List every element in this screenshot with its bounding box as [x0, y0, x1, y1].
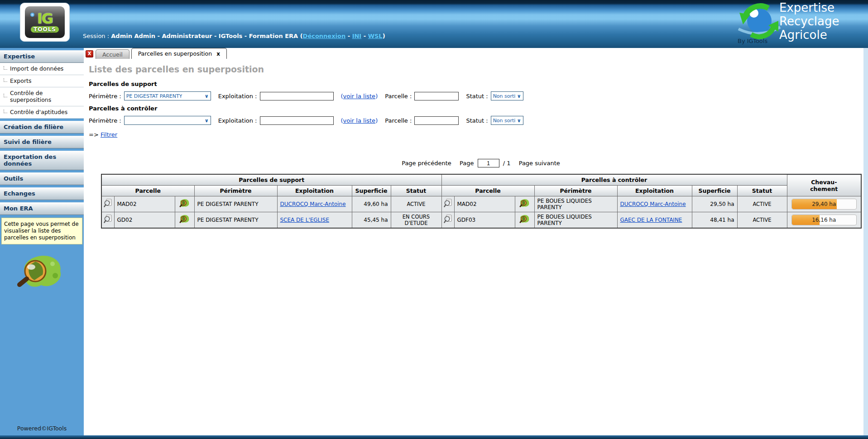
support-superficie-cell: 49,60 ha [352, 196, 391, 212]
controle-parcelle-cell: GDF03 [454, 212, 515, 229]
filtrer-arrow: => [89, 131, 99, 138]
view-parcel-map-button[interactable] [175, 212, 194, 229]
logo-tools-text: TOOLS [31, 26, 59, 33]
session-separator-2: - [361, 33, 368, 39]
session-close-paren: ) [383, 33, 385, 39]
sidebar-section-outils[interactable]: Outils [0, 172, 84, 185]
map-magnifier-icon [179, 199, 190, 208]
session-info: Session : Admin Admin - Administrateur -… [83, 33, 385, 39]
controle-perimetre-cell: PE BOUES LIQUIDES PARENTY [534, 196, 617, 212]
tab-bar: X Accueil Parcelles en superposition x [84, 48, 868, 59]
tab-parcelles-en-superposition[interactable]: Parcelles en superposition x [131, 48, 227, 59]
support-superficie-cell: 45,45 ha [352, 212, 391, 229]
sidebar-item-controle-de-superpositions[interactable]: Contrôle de superpositions [0, 87, 84, 106]
close-tab-icon[interactable]: x [216, 51, 220, 57]
filter-section-support-label: Parcelles de support [89, 81, 868, 87]
sidebar: Expertise Import de données Exports Cont… [0, 48, 84, 435]
paren-close: ) [375, 117, 378, 124]
igtools-logo-icon: IG TOOLS [25, 6, 65, 38]
session-prefix: Session : [83, 33, 109, 39]
support-exploitation-link[interactable]: SCEA DE L'EGLISE [280, 217, 330, 223]
view-parcel-detail-button[interactable] [101, 212, 114, 229]
right-edge-strip [863, 48, 868, 435]
chevron-down-icon: ∨ [517, 118, 521, 124]
close-all-tabs-button[interactable]: X [86, 50, 93, 57]
table-column-header-row: Parcelle Périmètre Exploitation Superfic… [101, 186, 861, 196]
controle-superficie-cell: 48,41 ha [692, 212, 737, 229]
tab-accueil-label: Accueil [102, 51, 123, 58]
tree-node-icon [4, 78, 7, 82]
controle-statut-select[interactable]: Non sorties ∨ [491, 116, 523, 125]
logout-link[interactable]: Déconnexion [303, 33, 346, 39]
support-exploitation-input[interactable] [260, 92, 334, 100]
table-row: GD02 PE DIGESTAT PARENTY SCEA DE L'EGLIS… [101, 212, 861, 229]
sidebar-item-import-de-donnees[interactable]: Import de données [0, 63, 84, 75]
filtrer-link[interactable]: Filtrer [101, 131, 117, 138]
document-magnifier-icon [104, 199, 112, 208]
controle-exploitation-link[interactable]: DUCROCQ Marc-Antoine [620, 201, 686, 207]
next-page-button[interactable]: Page suivante [519, 160, 560, 167]
page-number-input[interactable] [478, 159, 499, 167]
powered-by-text: Powered©IGTools [0, 425, 84, 432]
sidebar-section-exportation-des-donnees[interactable]: Exportation des données [0, 151, 84, 170]
view-parcel-map-button[interactable] [515, 212, 534, 229]
support-statut-cell: ACTIVE [391, 196, 441, 212]
support-perimetre-select[interactable]: PE DIGESTAT PARENTY ∨ [124, 91, 211, 100]
column-header-exploitation: Exploitation [277, 186, 352, 196]
page-content: Liste des parcelles en superposition Par… [84, 59, 868, 229]
support-statut-select[interactable]: Non sorties ∨ [491, 91, 523, 100]
sidebar-section-mon-era[interactable]: Mon ERA [0, 202, 84, 215]
sidebar-section-creation-de-filiere[interactable]: Création de filière [0, 121, 84, 134]
page-title: Liste des parcelles en superposition [89, 64, 868, 74]
support-voir-la-liste: (voir la liste) [341, 93, 378, 100]
column-header-chevauchement: Chevau- chement [787, 174, 861, 196]
chevron-down-icon: ∨ [517, 93, 521, 99]
controle-exploitation-link[interactable]: GAEC DE LA FONTAINE [620, 217, 682, 223]
page-help-infobox: Cette page vous permet de visualiser la … [1, 218, 82, 244]
sidebar-section-expertise[interactable]: Expertise [0, 50, 84, 63]
view-parcel-map-button[interactable] [175, 196, 194, 212]
exploitation-label: Exploitation : [218, 93, 257, 100]
wsl-link[interactable]: WSL [368, 33, 383, 39]
overlap-value: 16,16 ha [792, 215, 857, 225]
ini-link[interactable]: INI [352, 33, 362, 39]
brand-text: Expertise Recyclage Agricole [779, 1, 839, 42]
map-magnifier-icon [179, 215, 190, 224]
view-parcel-detail-button[interactable] [101, 196, 114, 212]
document-magnifier-icon [444, 215, 452, 224]
tab-active-label: Parcelles en superposition [138, 50, 212, 57]
previous-page-button[interactable]: Page précédente [402, 160, 451, 167]
statut-label: Statut : [466, 117, 488, 124]
controle-exploitation-input[interactable] [260, 116, 334, 125]
column-header-parcelle: Parcelle [441, 186, 534, 196]
sidebar-section-echanges[interactable]: Echanges [0, 187, 84, 200]
sidebar-item-exports[interactable]: Exports [0, 75, 84, 87]
statut-label: Statut : [466, 93, 488, 100]
support-parcelle-input[interactable] [414, 92, 459, 100]
brand-line-3: Agricole [779, 28, 839, 42]
sidebar-section-suivi-de-filiere[interactable]: Suivi de filière [0, 136, 84, 148]
app-window: IG TOOLS Session : Admin Admin - Adminis… [0, 0, 868, 439]
support-voir-la-liste-link[interactable]: voir la liste [343, 93, 376, 100]
view-parcel-detail-button[interactable] [441, 212, 454, 229]
logo-ig-text: IG [37, 12, 53, 25]
column-header-superficie: Superficie [352, 186, 391, 196]
view-parcel-map-button[interactable] [515, 196, 534, 212]
view-parcel-detail-button[interactable] [441, 196, 454, 212]
controle-perimetre-select[interactable]: ∨ [124, 116, 211, 125]
logo-dot [30, 13, 34, 17]
sidebar-item-label: Contrôle de superpositions [10, 90, 81, 103]
chevron-down-icon: ∨ [205, 118, 209, 124]
controle-voir-la-liste-link[interactable]: voir la liste [343, 117, 376, 124]
controle-parcelle-input[interactable] [414, 116, 459, 125]
parcelle-label: Parcelle : [385, 93, 412, 100]
controle-superficie-cell: 29,50 ha [692, 196, 737, 212]
support-statut-value: Non sorties [493, 93, 515, 99]
support-perimetre-cell: PE DIGESTAT PARENTY [194, 212, 277, 229]
overlap-bar: 29,40 ha [791, 199, 857, 210]
tab-accueil[interactable]: Accueil [96, 49, 129, 59]
support-exploitation-link[interactable]: DUCROCQ Marc-Antoine [280, 201, 346, 207]
magnifier-map-illustration [17, 254, 64, 292]
table-row: MAD02 PE DIGESTAT PARENTY DUCROCQ Marc-A… [101, 196, 861, 212]
sidebar-item-controle-aptitudes[interactable]: Contrôle d'aptitudes [0, 106, 84, 119]
